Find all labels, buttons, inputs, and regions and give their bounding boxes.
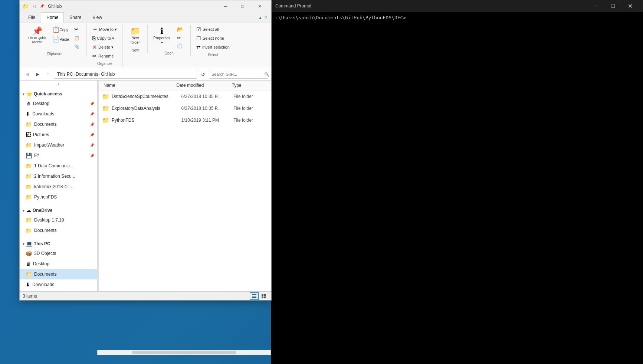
ribbon-group-open: ℹ Properties▾ 📂 ✏ � xyxy=(148,24,191,56)
documents-pc-icon: 📁 xyxy=(26,271,32,277)
file-list-container: Name Date modified Type 📁 DataScienceSpC… xyxy=(99,81,271,291)
tab-share[interactable]: Share xyxy=(64,12,87,23)
path-documents[interactable]: Documents xyxy=(76,72,98,77)
downloads-pc-label: Downloads xyxy=(32,282,94,287)
forward-btn[interactable]: ▶ xyxy=(33,70,42,79)
sidebar-item-desktop-qa[interactable]: 🖥 Desktop 📌 xyxy=(20,98,97,109)
pin-quick-access-btn[interactable]: 📌 Pin to Quickaccess xyxy=(26,25,49,46)
sidebar-item-downloads-qa[interactable]: ⬇ Downloads 📌 xyxy=(20,109,97,119)
pin-indicator-downloads: 📌 xyxy=(90,112,94,116)
tab-file[interactable]: File xyxy=(23,12,41,23)
cmd-minimize-btn[interactable]: ─ xyxy=(587,0,604,12)
select-all-btn[interactable]: ☑ Select all xyxy=(194,25,232,33)
onedrive-header[interactable]: ▾ ☁ OneDrive xyxy=(20,205,97,215)
onedrive-arrow: ▾ xyxy=(23,209,24,213)
quick-access-star-icon: ⭐ xyxy=(26,91,32,97)
delete-btn[interactable]: ✕ Delete ▾ xyxy=(90,43,119,51)
view-tiles-btn[interactable] xyxy=(259,292,268,300)
tab-view[interactable]: View xyxy=(87,12,108,23)
table-row[interactable]: 📁 ExploratoryDataAnalysis 6/27/2018 10:3… xyxy=(99,102,271,114)
status-item-count: 3 items xyxy=(23,294,37,299)
sidebar-item-datacomm[interactable]: 📁 1 Data Communic... xyxy=(20,161,97,171)
up-btn[interactable]: ↑ xyxy=(43,70,52,79)
table-row[interactable]: 📁 DataScienceSpCourseNotes 6/27/2018 10:… xyxy=(99,91,271,102)
select-none-icon: ☐ xyxy=(196,35,201,41)
sidebar-item-pythonfds-qa[interactable]: 📁 PythonFDS xyxy=(20,192,97,202)
sidebar-item-infosec[interactable]: 📁 2 Information Secu... xyxy=(20,171,97,181)
explorer-minimize-btn[interactable]: ─ xyxy=(217,0,234,12)
select-none-btn[interactable]: ☐ Select none xyxy=(194,34,232,42)
ribbon-expand-btn[interactable]: ▲ xyxy=(258,15,262,20)
refresh-btn[interactable]: ↺ xyxy=(199,70,207,79)
sidebar-item-desktop-od[interactable]: 📁 Desktop 1.7.19 xyxy=(20,215,97,225)
copy-to-icon: ⎘ xyxy=(92,35,95,41)
explorer-close-btn[interactable]: ✕ xyxy=(251,0,268,12)
onedrive-icon: ☁ xyxy=(26,207,31,213)
properties-label: Properties▾ xyxy=(153,36,170,45)
sidebar-item-desktop-pc[interactable]: 🖥 Desktop xyxy=(20,259,97,269)
organize-label: Organize xyxy=(97,62,112,66)
explorer-maximize-btn[interactable]: □ xyxy=(234,0,251,12)
open-history-btn[interactable]: 🕐 xyxy=(174,42,187,50)
col-header-date[interactable]: Date modified xyxy=(175,82,230,89)
quick-access-header[interactable]: ▾ ⭐ Quick access xyxy=(20,89,97,98)
move-icon: → xyxy=(92,26,98,32)
cut-btn[interactable]: ✂ xyxy=(72,25,83,33)
path-github[interactable]: GitHub xyxy=(101,72,115,77)
pythonfds-qa-label: PythonFDS xyxy=(34,194,94,200)
view-details-btn[interactable] xyxy=(250,292,259,300)
sidebar-item-pictures-qa[interactable]: 🖼 Pictures 📌 xyxy=(20,129,97,140)
sidebar-item-3dobjects[interactable]: 📦 3D Objects xyxy=(20,248,97,259)
sidebar-item-kali[interactable]: 📁 kali-linux-2018-4-... xyxy=(20,181,97,192)
thispc-header[interactable]: ▾ 💻 This PC xyxy=(20,239,97,248)
sidebar-item-downloads-pc[interactable]: ⬇ Downloads xyxy=(20,279,97,290)
table-row[interactable]: 📁 PythonFDS 1/10/2019 3:11 PM File folde… xyxy=(99,114,271,126)
cmd-maximize-btn[interactable]: □ xyxy=(604,0,621,12)
title-folder-icon: 📁 xyxy=(23,3,29,9)
rename-btn[interactable]: ✏ Rename xyxy=(90,52,119,60)
invert-selection-btn[interactable]: ⇄ Invert selection xyxy=(194,43,232,51)
select-all-icon: ☑ xyxy=(196,26,201,32)
col-header-name[interactable]: Name xyxy=(102,82,175,89)
title-arrow-icon: ◁ xyxy=(32,3,37,9)
paste-shortcut-btn[interactable]: 📎 xyxy=(72,43,83,50)
cmd-close-btn[interactable]: ✕ xyxy=(621,0,639,12)
pin-indicator-f: 📌 xyxy=(90,154,94,158)
sidebar-item-impactweather[interactable]: 📁 ImpactWeather 📌 xyxy=(20,140,97,150)
ribbon-group-new: 📁 Newfolder New xyxy=(123,24,148,53)
back-btn[interactable]: ◀ xyxy=(23,70,32,79)
sidebar-item-documents-pc[interactable]: 📁 Documents xyxy=(20,269,97,279)
select-all-label: Select all xyxy=(203,27,219,32)
sidebar-scroll-up[interactable]: ▲ xyxy=(20,81,97,87)
horizontal-scrollbar[interactable] xyxy=(97,350,271,355)
sidebar-item-documents-od[interactable]: 📁 Documents xyxy=(20,225,97,236)
new-folder-btn[interactable]: 📁 Newfolder xyxy=(126,25,144,47)
sidebar-section-thispc: ▾ 💻 This PC 📦 3D Objects 🖥 Desktop 📁 xyxy=(20,237,97,291)
thispc-icon: 💻 xyxy=(26,241,32,247)
col-header-type[interactable]: Type xyxy=(230,82,268,89)
svg-rect-1 xyxy=(252,296,256,296)
edit-btn[interactable]: ✏ xyxy=(174,34,187,42)
sidebar-section-onedrive: ▾ ☁ OneDrive 📁 Desktop 1.7.19 📁 Document… xyxy=(20,204,97,237)
copy-path-btn[interactable]: 📋 xyxy=(72,34,83,42)
ribbon-group-clipboard: 📌 Pin to Quickaccess 📋 Copy 📄 Paste xyxy=(23,24,87,57)
search-box[interactable]: 🔍 xyxy=(209,70,268,79)
pin-indicator-desktop: 📌 xyxy=(90,102,94,106)
copy-btn[interactable]: 📋 Copy xyxy=(50,25,72,34)
search-input[interactable] xyxy=(211,72,263,76)
properties-btn[interactable]: ℹ Properties▾ xyxy=(151,25,173,50)
ribbon-help-btn[interactable]: ? xyxy=(265,15,267,20)
pin-icon: 📌 xyxy=(32,27,42,35)
sidebar-item-fslash[interactable]: 💾 F:\ 📌 xyxy=(20,150,97,161)
tab-home[interactable]: Home xyxy=(41,12,64,23)
path-this-pc[interactable]: This PC xyxy=(57,72,73,77)
paste-btn[interactable]: 📄 Paste xyxy=(50,35,72,44)
cmd-titlebar: Command Prompt ─ □ ✕ xyxy=(271,0,643,12)
move-to-btn[interactable]: → Move to ▾ xyxy=(90,25,119,33)
properties-icon: ℹ xyxy=(160,27,163,35)
address-path[interactable]: This PC › Documents › GitHub xyxy=(54,70,197,79)
edit-icon: ✏ xyxy=(177,35,181,40)
copy-to-btn[interactable]: ⎘ Copy to ▾ xyxy=(90,34,119,42)
open-btn[interactable]: 📂 xyxy=(174,25,187,33)
sidebar-item-documents-qa[interactable]: 📁 Documents 📌 xyxy=(20,119,97,129)
